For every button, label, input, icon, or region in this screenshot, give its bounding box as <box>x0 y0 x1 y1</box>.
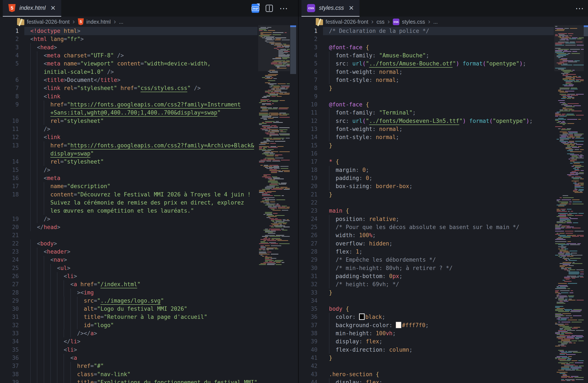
code-line[interactable]: 12 <link <box>0 133 298 141</box>
code-line[interactable]: 19 padding: 0; <box>299 174 588 182</box>
code-line[interactable]: 27 <a href="/index.html" <box>0 280 298 288</box>
code-line[interactable]: 24 position: relative; <box>299 215 588 223</box>
code-line[interactable]: 11 font-family: "Terminal"; <box>299 109 588 117</box>
code-line[interactable]: 34 </li> <box>0 337 298 345</box>
code-line[interactable]: 23main { <box>299 207 588 215</box>
code-line[interactable]: 8} <box>299 84 588 92</box>
code-line[interactable]: 13 font-weight: normal; <box>299 125 588 133</box>
code-line[interactable]: +Sans:ital,wght@0,400..700;1,400..700&di… <box>0 109 298 117</box>
code-line[interactable]: 33 /></a> <box>0 329 298 337</box>
code-line[interactable]: 9 <box>299 92 588 101</box>
breadcrumb-item[interactable]: css <box>377 19 385 25</box>
code-editor[interactable]: 1/* Declaration de la police */23@font-f… <box>299 27 588 383</box>
code-line[interactable]: les œuvres en compétition et les lauréat… <box>0 207 298 215</box>
code-line[interactable]: 32 id="logo" <box>0 321 298 329</box>
code-line[interactable]: 30 alt="Logo du festival MMI 2026" <box>0 305 298 313</box>
code-line[interactable]: 1/* Declaration de la police */ <box>299 27 588 35</box>
code-line[interactable]: Suivez la cérémonie de remise des prix e… <box>0 199 298 207</box>
close-tab-icon[interactable]: ✕ <box>50 5 56 11</box>
code-line[interactable]: 41} <box>299 354 588 362</box>
php-server-icon[interactable]: PHP <box>252 4 259 13</box>
code-line[interactable]: 5 src: url("../fonts/Amuse-Bouche.otf") … <box>299 60 588 68</box>
code-line[interactable]: 36 <a <box>0 354 298 362</box>
code-line[interactable]: 18 margin: 0; <box>299 166 588 174</box>
code-line[interactable]: 32 /* height: 69vh; */ <box>299 280 588 288</box>
code-line[interactable]: 25 <ul> <box>0 264 298 272</box>
code-line[interactable]: 3 <head> <box>0 43 298 51</box>
code-line[interactable]: 8 <link <box>0 92 298 101</box>
code-line[interactable]: 35 <li> <box>0 346 298 354</box>
code-line[interactable]: 40 flex-direction: column; <box>299 346 588 354</box>
breadcrumb-item[interactable]: 5index.html <box>78 18 111 25</box>
code-line[interactable]: 14 rel="stylesheet" <box>0 158 298 166</box>
code-line[interactable]: 39 title="Explications du fonctionnement… <box>0 378 298 383</box>
code-line[interactable]: 26 <li> <box>0 272 298 280</box>
close-tab-icon[interactable]: ✕ <box>349 5 354 11</box>
code-line[interactable]: 37 href="#" <box>0 362 298 370</box>
tab-styles-css[interactable]: css styles.css ✕ <box>301 0 359 17</box>
split-editor-icon[interactable] <box>266 5 273 12</box>
code-line[interactable]: display=swap" <box>0 149 298 158</box>
code-line[interactable]: 35body { <box>299 305 588 313</box>
scrollbar[interactable] <box>584 0 588 383</box>
code-line[interactable]: 21 <box>0 231 298 239</box>
code-line[interactable]: 17* { <box>299 158 588 166</box>
code-line[interactable]: 36 color: black; <box>299 313 588 321</box>
code-line[interactable]: 22 <box>299 199 588 207</box>
code-line[interactable]: 5 <meta name="viewport" content="width=d… <box>0 60 298 68</box>
breadcrumb-item[interactable]: festival-2026-front <box>316 19 368 25</box>
code-line[interactable]: 20 box-sizing: border-box; <box>299 182 588 190</box>
more-actions-icon[interactable]: ⋯ <box>279 7 288 10</box>
breadcrumb-item[interactable]: cssstyles.css <box>393 19 425 25</box>
code-line[interactable]: 13 href="https://fonts.googleapis.com/cs… <box>0 141 298 149</box>
code-line[interactable]: 7 <link rel="stylesheet" href="css/style… <box>0 84 298 92</box>
code-line[interactable]: 42 <box>299 362 588 370</box>
code-line[interactable]: 43.hero-section { <box>299 370 588 378</box>
code-line[interactable]: 23 <header> <box>0 248 298 256</box>
scrollbar[interactable] <box>290 0 296 383</box>
code-line[interactable]: 28 ><img <box>0 288 298 297</box>
code-line[interactable]: 38 min-height: 100vh; <box>299 329 588 337</box>
code-line[interactable]: 15 /> <box>0 166 298 174</box>
minimap[interactable] <box>258 25 290 383</box>
code-line[interactable]: 11 /> <box>0 125 298 133</box>
code-line[interactable]: 25 /* Pour que les décos absolute se bas… <box>299 223 588 231</box>
more-actions-icon[interactable]: ⋯ <box>575 7 584 10</box>
scrollbar-slider[interactable] <box>290 27 296 74</box>
breadcrumb-item[interactable]: ... <box>433 19 438 25</box>
code-line[interactable]: 28 flex: 1; <box>299 248 588 256</box>
code-line[interactable]: 3@font-face { <box>299 43 588 51</box>
code-line[interactable]: 10 rel="stylesheet" <box>0 117 298 125</box>
code-line[interactable]: 19 /> <box>0 215 298 223</box>
code-line[interactable]: 16 <box>299 149 588 158</box>
code-line[interactable]: 14 font-style: normal; <box>299 133 588 141</box>
breadcrumb-item[interactable]: festival-2026-front <box>17 19 70 25</box>
code-line[interactable]: 6 font-weight: normal; <box>299 68 588 76</box>
tab-index-html[interactable]: 5 index.html ✕ <box>3 0 61 17</box>
code-line[interactable]: 7 font-style: normal; <box>299 76 588 84</box>
code-line[interactable]: 29 src="../images/logo.svg" <box>0 297 298 305</box>
code-line[interactable]: 22 <body> <box>0 240 298 248</box>
minimap[interactable] <box>554 25 584 383</box>
code-line[interactable]: 2<html lang="fr"> <box>0 35 298 43</box>
code-line[interactable]: 44 display: flex; <box>299 378 588 383</box>
code-line[interactable]: 4 <meta charset="UTF-8" /> <box>0 51 298 60</box>
code-line[interactable]: 34 <box>299 297 588 305</box>
code-line[interactable]: 20 </head> <box>0 223 298 231</box>
code-line[interactable]: 30 /* min-height: 80vh; à retirer ? */ <box>299 264 588 272</box>
code-editor[interactable]: 1<!doctype html>2<html lang="fr">3 <head… <box>0 27 298 383</box>
code-line[interactable]: 18 content="Découvrez le Festival MMI 20… <box>0 190 298 199</box>
code-line[interactable]: 33} <box>299 288 588 297</box>
code-line[interactable]: 24 <nav> <box>0 256 298 264</box>
code-line[interactable]: 31 title="Retourner à la page d'accueil" <box>0 313 298 321</box>
code-line[interactable]: 2 <box>299 35 588 43</box>
code-line[interactable]: 29 /* Empêche les débordements */ <box>299 256 588 264</box>
code-line[interactable]: 4 font-family: "Amuse-Bouche"; <box>299 51 588 60</box>
scrollbar-slider[interactable] <box>584 27 588 36</box>
code-line[interactable]: 6 <title>Document</title> <box>0 76 298 84</box>
breadcrumb-item[interactable]: ... <box>119 19 123 25</box>
code-line[interactable]: 10@font-face { <box>299 101 588 109</box>
code-line[interactable]: 39 display: flex; <box>299 337 588 345</box>
code-line[interactable]: 31 padding-bottom: 0px; <box>299 272 588 280</box>
code-line[interactable]: 16 <meta <box>0 174 298 182</box>
